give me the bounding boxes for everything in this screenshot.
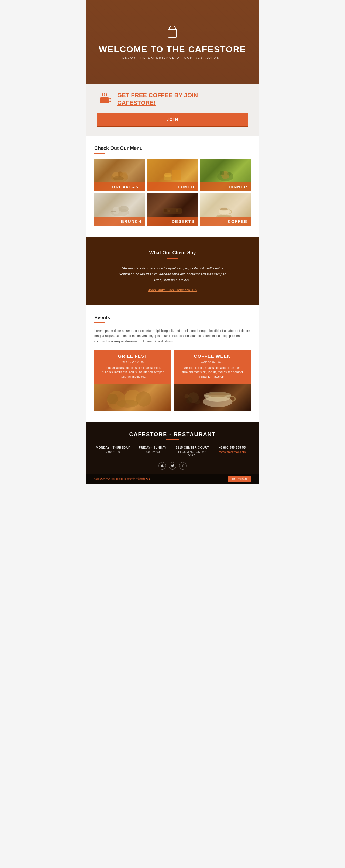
event-desc-grill: Aenean iaculis, mauris sed aliquet sempe… <box>99 366 167 382</box>
event-card-grill[interactable]: GRILL FEST Dec 16-22, 2015 Aenean iaculi… <box>94 350 171 411</box>
footer-col-1-value: 7.00-24.00 <box>134 450 171 454</box>
svg-rect-26 <box>179 209 181 212</box>
footer-col-1-label: FRIDAY - SUNDAY <box>134 446 171 449</box>
menu-grid: BREAKFAST LUNCH DINNER <box>94 159 251 226</box>
promo-row: GET FREE COFFEE BY JOIN CAFESTORE! <box>97 92 248 108</box>
footer-col-0: MONDAY - THURSDAY 7.00-21.00 <box>94 446 132 457</box>
menu-item-lunch[interactable]: LUNCH <box>147 159 198 191</box>
hero-section: WELCOME TO THE CAFESTORE ENJOY THE EXPER… <box>86 0 259 84</box>
events-section-underline <box>94 322 105 323</box>
svg-rect-0 <box>168 29 176 37</box>
join-button[interactable]: JOIN <box>97 114 248 127</box>
menu-item-breakfast[interactable]: BREAKFAST <box>94 159 145 191</box>
menu-section: Check Out Our Menu BREAKFAST <box>86 136 259 237</box>
footer: CAFESTORE - RESTAURANT MONDAY - THURSDAY… <box>86 422 259 485</box>
svg-point-42 <box>195 399 200 404</box>
promo-headline: GET FREE COFFEE BY JOIN CAFESTORE! <box>117 92 198 106</box>
menu-label-lunch: LUNCH <box>147 182 198 191</box>
footer-col-0-value: 7.00-21.00 <box>94 450 132 454</box>
event-date-coffee: Nov 12-19, 2015 <box>178 360 246 364</box>
events-grid: GRILL FEST Dec 16-22, 2015 Aenean iaculi… <box>94 350 251 411</box>
svg-rect-11 <box>172 170 180 181</box>
promo-section: GET FREE COFFEE BY JOIN CAFESTORE! JOIN <box>86 84 259 136</box>
svg-rect-18 <box>113 207 119 214</box>
event-header-coffee: COFFEE WEEK Nov 12-19, 2015 Aenean iacul… <box>174 350 251 384</box>
hero-content: WELCOME TO THE CAFESTORE ENJOY THE EXPER… <box>99 25 246 59</box>
footer-col-3-email[interactable]: cafestore@mail.com <box>214 450 251 454</box>
footer-col-3-label: +8 800 555 555 55 <box>214 446 251 449</box>
svg-point-19 <box>119 206 128 212</box>
testimonial-underline <box>167 258 178 259</box>
event-card-coffee[interactable]: COFFEE WEEK Nov 12-19, 2015 Aenean iacul… <box>174 350 251 411</box>
svg-rect-20 <box>111 211 116 212</box>
social-icon-twitter[interactable] <box>169 462 176 470</box>
svg-point-12 <box>164 173 172 177</box>
footer-social <box>94 462 251 470</box>
svg-point-34 <box>107 394 118 404</box>
social-icon-facebook[interactable] <box>179 462 186 470</box>
social-icon-skype[interactable] <box>159 462 166 470</box>
event-title-grill: GRILL FEST <box>99 354 167 359</box>
events-description: Lorem ipsum dolor sit amet, consectetur … <box>94 329 251 344</box>
menu-label-breakfast: BREAKFAST <box>94 182 145 191</box>
events-section-title: Events <box>94 315 251 320</box>
menu-label-coffee: COFFEE <box>200 217 251 226</box>
svg-rect-24 <box>171 209 175 212</box>
testimonial-author: John Smith, San Francisco, CA <box>103 288 242 292</box>
testimonial-quote: "Aenean iaculis, mauris sed aliquet semp… <box>116 266 229 283</box>
footer-col-2-label: 5115 CENTER COURT <box>174 446 211 449</box>
svg-point-39 <box>208 393 227 397</box>
event-date-grill: Dec 16-22, 2015 <box>99 360 167 364</box>
menu-label-deserts: DESERTS <box>147 217 198 226</box>
footer-col-2: 5115 CENTER COURT BLOOMINGTON, MN 55425 <box>174 446 211 457</box>
menu-section-underline <box>94 153 105 154</box>
footer-bottom-text: 访问网易社区bbs.xieniro.com免费下载模板网页 <box>94 477 151 481</box>
menu-item-deserts[interactable]: DESERTS <box>147 193 198 226</box>
promo-text-wrap: GET FREE COFFEE BY JOIN CAFESTORE! <box>117 92 198 106</box>
footer-underline <box>166 439 179 440</box>
svg-point-36 <box>136 392 151 406</box>
svg-point-43 <box>184 394 189 398</box>
coffee-cup-icon <box>99 25 246 42</box>
event-desc-coffee: Aenean iaculis, mauris sed aliquet sempe… <box>178 366 246 382</box>
footer-col-1: FRIDAY - SUNDAY 7.00-24.00 <box>134 446 171 457</box>
hero-title: WELCOME TO THE CAFESTORE <box>99 44 246 54</box>
coffee-mug-icon <box>97 93 112 108</box>
footer-col-0-label: MONDAY - THURSDAY <box>94 446 132 449</box>
events-section: Events Lorem ipsum dolor sit amet, conse… <box>86 306 259 422</box>
svg-point-9 <box>113 176 124 181</box>
event-header-grill: GRILL FEST Dec 16-22, 2015 Aenean iaculi… <box>94 350 171 384</box>
menu-label-dinner: DINNER <box>200 182 251 191</box>
testimonial-section: What Our Client Say "Aenean iaculis, mau… <box>86 237 259 306</box>
menu-item-dinner[interactable]: DINNER <box>200 159 251 191</box>
footer-columns: MONDAY - THURSDAY 7.00-21.00 FRIDAY - SU… <box>94 446 251 457</box>
event-title-coffee: COFFEE WEEK <box>178 354 246 359</box>
testimonial-content: What Our Client Say "Aenean iaculis, mau… <box>103 250 242 292</box>
menu-item-coffee[interactable]: COFFEE <box>200 193 251 226</box>
event-img-coffee <box>174 384 251 411</box>
svg-point-15 <box>220 171 224 175</box>
menu-section-title: Check Out Our Menu <box>94 146 251 151</box>
event-img-grill <box>94 384 171 411</box>
footer-col-3: +8 800 555 555 55 cafestore@mail.com <box>214 446 251 457</box>
svg-point-16 <box>228 172 231 176</box>
svg-rect-25 <box>176 209 178 212</box>
hero-subtitle: ENJOY THE EXPERIENCE OF OUR RESTAURANT <box>99 56 246 59</box>
footer-col-2-value: BLOOMINGTON, MN 55425 <box>174 450 211 457</box>
svg-rect-23 <box>168 210 170 212</box>
footer-bottom-bar: 访问网易社区bbs.xieniro.com免费下载模板网页 前往下载模板 <box>86 474 259 485</box>
svg-point-29 <box>220 208 228 210</box>
svg-rect-22 <box>164 209 167 212</box>
menu-label-brunch: BRUNCH <box>94 217 145 226</box>
testimonial-title: What Our Client Say <box>103 250 242 256</box>
footer-title: CAFESTORE - RESTAURANT <box>94 431 251 437</box>
footer-download-button[interactable]: 前往下载模板 <box>228 476 251 482</box>
menu-item-brunch[interactable]: BRUNCH <box>94 193 145 226</box>
svg-point-35 <box>117 400 138 408</box>
